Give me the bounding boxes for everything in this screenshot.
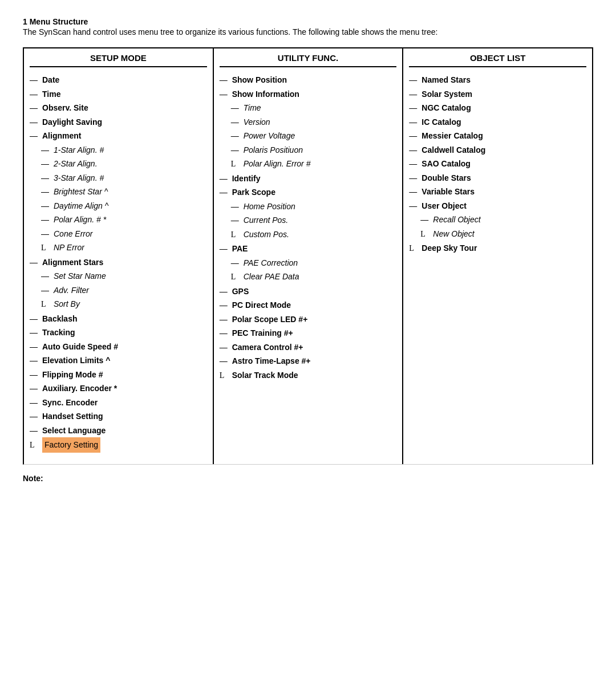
- branch-connector: —: [30, 340, 40, 354]
- tree-row: —Park Scope: [220, 185, 397, 200]
- branch-connector: —: [30, 115, 40, 129]
- branch-connector: —: [220, 87, 230, 101]
- utility-header: UTILITY FUNC.: [220, 53, 397, 67]
- branch-connector: L: [420, 227, 431, 242]
- tree-row: LNew Object: [409, 227, 586, 242]
- tree-row: —Polaris Positiuon: [220, 143, 397, 157]
- tree-row: —PAE Correction: [220, 256, 397, 270]
- objects-column: OBJECT LIST —Named Stars—Solar System—NG…: [403, 48, 592, 464]
- branch-connector: —: [409, 171, 419, 185]
- tree-row: —Solar System: [409, 87, 586, 101]
- tree-row: —Version: [220, 115, 397, 129]
- item-text: IC Catalog: [422, 115, 461, 129]
- tree-row: —2-Star Align.: [30, 157, 207, 171]
- item-text: Polar Align. Error #: [244, 157, 311, 171]
- objects-header: OBJECT LIST: [409, 53, 586, 67]
- item-text: Alignment: [42, 129, 81, 143]
- tree-row: —Polar Scope LED #+: [220, 312, 397, 327]
- item-text: Park Scope: [232, 185, 275, 200]
- tree-row: LCustom Pos.: [220, 227, 397, 242]
- tree-row: —Variable Stars: [409, 185, 586, 199]
- item-text: NGC Catalog: [422, 101, 471, 115]
- item-text: Select Language: [42, 424, 106, 438]
- tree-row: —Auto Guide Speed #: [30, 340, 207, 354]
- section-heading: 1 Menu Structure: [23, 17, 593, 26]
- item-text: Recall Object: [433, 213, 480, 227]
- branch-connector: —: [231, 143, 241, 157]
- branch-connector: —: [41, 199, 51, 213]
- branch-connector: —: [30, 129, 40, 143]
- item-text: Double Stars: [422, 171, 471, 185]
- tree-row: LNP Error: [30, 241, 207, 255]
- branch-connector: —: [220, 298, 230, 312]
- section-number: 1: [23, 17, 27, 26]
- tree-row: —User Object: [409, 199, 586, 213]
- branch-connector: —: [220, 340, 230, 355]
- branch-connector: —: [30, 326, 40, 340]
- tree-row: —Daytime Align ^: [30, 199, 207, 213]
- tree-row: —Select Language: [30, 424, 207, 438]
- tree-row: —Messier Catalog: [409, 129, 586, 143]
- item-text: Named Stars: [422, 73, 471, 87]
- branch-connector: —: [41, 213, 51, 227]
- item-text: Sync. Encoder: [42, 396, 98, 410]
- item-text: Astro Time-Lapse #+: [232, 354, 311, 368]
- item-text: User Object: [422, 199, 467, 213]
- branch-connector: L: [409, 242, 419, 256]
- item-text: Date: [42, 73, 59, 87]
- tree-row: —Flipping Mode #: [30, 368, 207, 382]
- tree-row: —Current Pos.: [220, 213, 397, 227]
- tree-row: —Show Information: [220, 87, 397, 101]
- tree-row: —Time: [220, 101, 397, 115]
- item-text: Solar Track Mode: [232, 368, 298, 383]
- branch-connector: —: [30, 396, 40, 410]
- tree-row: —Home Position: [220, 200, 397, 214]
- tree-row: —Caldwell Catalog: [409, 143, 586, 157]
- item-text: NP Error: [54, 241, 84, 255]
- branch-connector: —: [231, 200, 241, 214]
- objects-tree: —Named Stars—Solar System—NGC Catalog—IC…: [409, 73, 586, 256]
- tree-row: —Alignment Stars: [30, 255, 207, 270]
- branch-connector: —: [231, 101, 241, 115]
- branch-connector: —: [220, 354, 230, 368]
- tree-row: —Daylight Saving: [30, 115, 207, 129]
- utility-tree: —Show Position—Show Information—Time—Ver…: [220, 73, 397, 383]
- branch-connector: L: [41, 241, 51, 255]
- tree-row: —Date: [30, 73, 207, 87]
- tree-row: —PEC Training #+: [220, 326, 397, 340]
- tree-row: —Polar Align. # *: [30, 213, 207, 227]
- item-text: Polar Align. # *: [54, 213, 106, 227]
- tree-row: —Power Voltage: [220, 129, 397, 143]
- tree-row: —Alignment: [30, 129, 207, 143]
- tree-row: —Show Position: [220, 73, 397, 87]
- branch-connector: —: [220, 185, 230, 200]
- branch-connector: —: [409, 157, 419, 171]
- note-label: Note:: [23, 474, 593, 483]
- tree-row: —Backlash: [30, 312, 207, 326]
- branch-connector: —: [30, 409, 40, 424]
- item-text: Identify: [232, 172, 261, 186]
- branch-connector: —: [41, 283, 51, 298]
- branch-connector: —: [220, 172, 230, 186]
- branch-connector: L: [41, 298, 51, 312]
- branch-connector: —: [30, 353, 40, 368]
- utility-column: UTILITY FUNC. —Show Position—Show Inform…: [214, 48, 404, 464]
- tree-row: —Time: [30, 87, 207, 101]
- tree-row: —NGC Catalog: [409, 101, 586, 115]
- branch-connector: —: [409, 185, 419, 199]
- branch-connector: —: [41, 227, 51, 241]
- tree-row: —Tracking: [30, 326, 207, 340]
- branch-connector: —: [220, 284, 230, 299]
- item-text: Show Position: [232, 73, 287, 87]
- tree-row: —Elevation Limits ^: [30, 353, 207, 368]
- item-text: 3-Star Align. #: [54, 171, 104, 185]
- tree-row: —1-Star Align. #: [30, 143, 207, 157]
- item-text: Polaris Positiuon: [244, 143, 303, 157]
- branch-connector: —: [409, 143, 419, 157]
- branch-connector: —: [409, 73, 419, 87]
- item-text: Messier Catalog: [422, 129, 483, 143]
- item-text: Cone Error: [54, 227, 92, 241]
- item-text: 1-Star Align. #: [54, 143, 104, 157]
- tree-row: —Identify: [220, 172, 397, 186]
- branch-connector: L: [30, 438, 40, 453]
